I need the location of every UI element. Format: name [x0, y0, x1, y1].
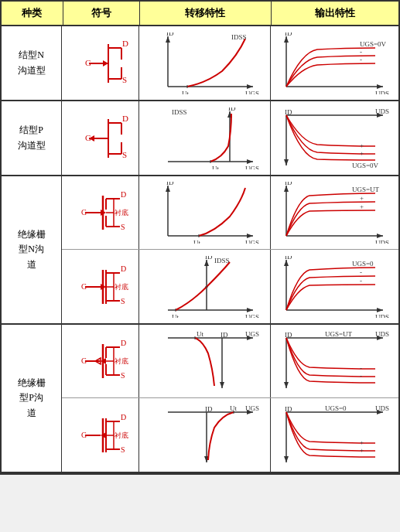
svg-text:衬底: 衬底 [115, 357, 128, 365]
output-svg-mosfet-p-enh: ID UDS UGS=UT - - [275, 330, 395, 392]
section-type-label-jfet-n: 结型N沟道型 [18, 48, 46, 77]
transfer-mosfet-p-dep: ID UGS Ut [139, 398, 271, 472]
symbol-svg-mosfet-n-dep: G D S 衬底 [66, 256, 135, 318]
svg-text:ID: ID [285, 108, 292, 116]
main-table: 种类 符号 转移特性 输出特性 结型N沟道型 [0, 0, 400, 475]
svg-marker-104 [247, 308, 253, 312]
svg-marker-13 [247, 84, 253, 89]
output-svg-mosfet-n-enh: ID UDS UGS=UT + + [275, 182, 395, 244]
symbol-svg-jfet-p: G D S [66, 107, 135, 169]
svg-text:ID: ID [285, 256, 292, 261]
svg-text:-: - [360, 56, 362, 63]
svg-text:衬底: 衬底 [115, 431, 128, 439]
svg-text:Ut: Ut [182, 90, 189, 94]
row-mosfet-n-enh: G D S 衬底 ID UGS [62, 176, 398, 250]
section-type-mosfet-n: 绝缘栅型N沟道 [2, 176, 62, 323]
svg-text:UGS=0V: UGS=0V [360, 40, 387, 48]
output-jfet-n: ID UDS UGS=0V - - [271, 26, 398, 100]
svg-text:G: G [81, 282, 87, 291]
svg-marker-2 [103, 60, 108, 66]
svg-text:UGS=UT: UGS=UT [352, 186, 380, 193]
svg-text:-: - [360, 277, 362, 285]
transfer-svg-mosfet-n-dep: ID UGS Ut IDSS [145, 256, 265, 318]
symbol-svg-mosfet-n-enh: G D S 衬底 [66, 182, 135, 244]
svg-text:UDS: UDS [375, 330, 389, 338]
svg-text:ID: ID [166, 32, 174, 37]
section-right-mosfet-n: G D S 衬底 ID UGS [62, 176, 398, 323]
svg-text:G: G [81, 356, 87, 365]
svg-text:IDSS: IDSS [231, 33, 247, 41]
row-mosfet-p-dep: G D S 衬底 ID UGS [62, 398, 398, 472]
svg-text:G: G [81, 431, 87, 439]
output-svg-jfet-n: ID UDS UGS=0V - - [275, 32, 395, 94]
section-type-jfet-p: 结型P沟道型 [2, 101, 62, 175]
section-right-jfet-p: G D S ID UGS Ut [62, 101, 398, 175]
output-mosfet-n-dep: ID UDS UGS=0 - - [271, 250, 398, 323]
svg-text:+: + [360, 142, 364, 149]
svg-text:UGS=0: UGS=0 [352, 260, 374, 268]
svg-text:ID: ID [285, 182, 292, 186]
svg-marker-175 [284, 456, 289, 462]
svg-text:D: D [122, 114, 128, 123]
svg-text:UGS: UGS [245, 404, 259, 412]
svg-text:S: S [122, 150, 127, 159]
svg-text:Ut: Ut [172, 313, 179, 318]
symbol-mosfet-p-enh: G D S 衬底 [62, 325, 139, 397]
svg-marker-113 [284, 260, 289, 266]
section-type-jfet-n: 结型N沟道型 [2, 26, 62, 100]
svg-text:+: + [360, 446, 364, 454]
svg-text:D: D [121, 264, 126, 273]
svg-text:UGS=0V: UGS=0V [352, 162, 379, 169]
svg-text:UGS=0: UGS=0 [325, 404, 347, 412]
symbol-jfet-n: G D S [62, 26, 139, 100]
row-mosfet-n-dep: G D S 衬底 ID UGS [62, 250, 398, 323]
svg-text:D: D [121, 190, 126, 199]
svg-text:S: S [121, 445, 125, 454]
svg-text:-: - [360, 268, 362, 276]
svg-text:S: S [121, 223, 125, 231]
svg-text:+: + [360, 438, 364, 446]
svg-marker-81 [284, 186, 289, 192]
transfer-mosfet-p-enh: ID UGS Ut [139, 325, 271, 397]
section-mosfet-n: 绝缘栅型N沟道 [2, 176, 398, 325]
symbol-jfet-p: G D S [62, 101, 139, 175]
svg-marker-73 [166, 186, 170, 192]
symbol-svg-jfet-n: G D S [66, 32, 135, 94]
transfer-jfet-p: ID UGS Ut IDSS [139, 101, 271, 175]
svg-text:ID: ID [285, 32, 292, 37]
output-svg-jfet-p: ID UDS UGS=0V + + [275, 107, 395, 169]
symbol-svg-mosfet-p-dep: G D S 衬底 [66, 404, 135, 466]
svg-text:ID: ID [285, 331, 292, 339]
svg-text:ID: ID [221, 331, 228, 339]
section-type-mosfet-p: 绝缘栅型P沟道 [2, 325, 62, 472]
svg-marker-137 [220, 382, 224, 388]
svg-text:衬底: 衬底 [115, 209, 128, 217]
transfer-jfet-n: ID UGS Ut IDSS [139, 26, 271, 100]
header-symbol: 符号 [63, 2, 141, 25]
output-mosfet-p-dep: ID UDS UGS=0 + + [271, 398, 398, 472]
svg-text:UGS=UT: UGS=UT [325, 330, 353, 338]
svg-text:ID: ID [228, 107, 236, 112]
transfer-svg-jfet-p: ID UGS Ut IDSS [145, 107, 265, 169]
row-jfet-n: G D S [62, 26, 398, 100]
svg-marker-49 [284, 159, 289, 165]
svg-text:G: G [85, 133, 91, 142]
svg-text:Ut: Ut [193, 239, 200, 244]
svg-marker-41 [247, 159, 253, 164]
svg-text:UGS: UGS [245, 313, 259, 318]
svg-text:UDS: UDS [375, 313, 389, 318]
svg-text:+: + [360, 194, 364, 202]
table-header: 种类 符号 转移特性 输出特性 [2, 2, 398, 26]
svg-text:ID: ID [285, 405, 292, 413]
transfer-svg-mosfet-p-enh: ID UGS Ut [145, 330, 265, 392]
svg-marker-103 [204, 260, 209, 266]
section-right-mosfet-p: G D S 衬底 ID UGS [62, 325, 398, 472]
svg-text:+: + [360, 149, 364, 157]
output-svg-mosfet-n-dep: ID UDS UGS=0 - - [275, 256, 395, 318]
header-output: 输出特性 [272, 2, 398, 25]
header-transfer: 转移特性 [140, 2, 271, 25]
svg-text:G: G [81, 208, 87, 217]
svg-marker-82 [377, 234, 383, 238]
section-jfet-n: 结型N沟道型 [2, 26, 398, 101]
svg-text:IDSS: IDSS [214, 257, 230, 264]
